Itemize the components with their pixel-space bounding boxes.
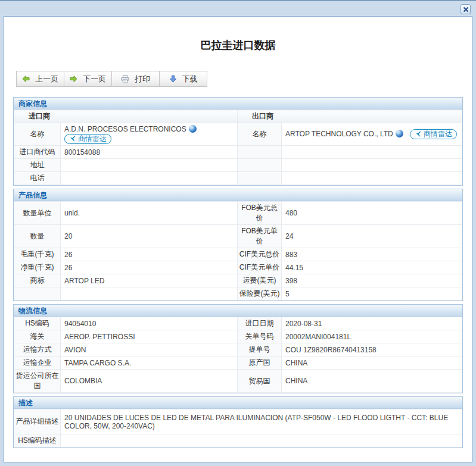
dialog-top-border [0, 0, 476, 1]
field-label: CIF美元总价 [238, 248, 282, 261]
field-value: COLOMBIA [61, 370, 238, 393]
field-label: 贸易国 [238, 370, 282, 393]
field-label: 地址 [14, 159, 61, 172]
section-description: 描述 产品详细描述 20 UNIDADES DE LUCES DE LED DE… [13, 396, 463, 448]
field-label: 运费(美元) [238, 274, 282, 287]
arrow-left-icon [22, 75, 30, 83]
dialog-content: 巴拉圭进口数据 上一页 下一页 [4, 16, 472, 462]
field-label: 货运公司所在国 [14, 370, 61, 393]
logistics-table: HS编码 94054010 进口日期 2020-08-31 海关 AEROP. … [14, 317, 462, 393]
field-value: AVION [61, 343, 238, 356]
exporter-name: ARTOP TECHNOLOGY CO., LTD [285, 130, 393, 138]
print-button[interactable]: 打印 [111, 71, 160, 87]
field-value: 2020-08-31 [282, 317, 462, 330]
radar-badge-label: 商情雷达 [78, 134, 107, 144]
field-label: FOB美元单价 [238, 225, 282, 248]
section-product-info: 产品信息 数量单位 unid. FOB美元总价 480 数量 20 FOB美元单… [13, 189, 463, 301]
merchant-table: 进口商 出口商 名称 A.D.N. PROCESOS ELECTRONICOS [14, 110, 462, 185]
field-value: ARTOP LED [61, 274, 238, 287]
field-label: HS编码 [14, 317, 61, 330]
close-icon [463, 7, 469, 12]
printer-icon [121, 75, 129, 83]
sections: 商家信息 进口商 出口商 名称 A.D.N. PROCESOS ELECTRON… [13, 97, 463, 448]
field-label: 进口商代码 [14, 146, 61, 159]
download-icon [169, 75, 177, 83]
field-label: 数量 [14, 225, 61, 248]
field-value: AEROP. PETTIROSSI [61, 330, 238, 343]
description-section-title: 描述 [14, 397, 462, 409]
field-label: 提单号 [238, 343, 282, 356]
field-value: 44.15 [282, 261, 462, 274]
toolbar: 上一页 下一页 打印 下载 [16, 71, 472, 87]
field-value [282, 146, 462, 159]
field-value [282, 159, 462, 172]
field-label: HS编码描述 [14, 434, 61, 448]
field-value: COU 1Z9820R86740413158 [282, 343, 462, 356]
field-label: 电话 [14, 172, 61, 185]
field-value [61, 172, 238, 185]
radar-badge[interactable]: 商情雷达 [410, 129, 457, 139]
field-label: 名称 [14, 123, 61, 146]
prev-page-label: 上一页 [35, 74, 58, 85]
field-label [238, 146, 282, 159]
field-value: 20 [61, 225, 238, 248]
field-label: 名称 [238, 123, 282, 146]
field-label: FOB美元总价 [238, 202, 282, 225]
next-page-label: 下一页 [83, 74, 106, 85]
field-value: 26 [61, 248, 238, 261]
product-section-title: 产品信息 [14, 189, 462, 201]
field-label [14, 287, 61, 301]
page-title: 巴拉圭进口数据 [4, 38, 472, 52]
field-value: 398 [282, 274, 462, 287]
field-value [61, 159, 238, 172]
satellite-dish-icon [69, 136, 76, 143]
prev-page-button[interactable]: 上一页 [16, 71, 64, 87]
field-label: CIF美元单价 [238, 261, 282, 274]
field-label: 运输方式 [14, 343, 61, 356]
field-value: CHINA [282, 370, 462, 393]
field-value: TAMPA CARGO S.A. [61, 356, 238, 370]
field-label [238, 159, 282, 172]
field-label: 毛重(千克) [14, 248, 61, 261]
field-label: 产品详细描述 [14, 409, 61, 434]
field-value [61, 287, 238, 301]
field-value: 800154088 [61, 146, 238, 159]
exporter-name-cell: ARTOP TECHNOLOGY CO., LTD 商情雷达 [282, 123, 462, 146]
field-value: 94054010 [61, 317, 238, 330]
radar-badge[interactable]: 商情雷达 [64, 134, 111, 144]
field-label: 运输企业 [14, 356, 61, 370]
globe-icon[interactable] [189, 125, 197, 133]
product-table: 数量单位 unid. FOB美元总价 480 数量 20 FOB美元单价 24 … [14, 201, 462, 301]
field-value [282, 172, 462, 185]
close-button[interactable] [461, 4, 471, 14]
next-page-button[interactable]: 下一页 [64, 71, 112, 87]
arrow-right-icon [70, 75, 77, 83]
field-label: 商标 [14, 274, 61, 287]
field-value: 883 [282, 248, 462, 261]
field-value: 20 UNIDADES DE LUCES DE LED DE METAL PAR… [61, 409, 462, 434]
logistics-section-title: 物流信息 [14, 305, 462, 317]
importer-name-cell: A.D.N. PROCESOS ELECTRONICOS 商情雷达 [61, 123, 238, 146]
globe-icon[interactable] [396, 130, 403, 137]
field-value: 20002MANI004181L [282, 330, 462, 343]
download-label: 下载 [182, 74, 198, 85]
field-value: 480 [282, 202, 462, 225]
field-label [238, 172, 282, 185]
exporter-header: 出口商 [238, 110, 462, 123]
description-table: 产品详细描述 20 UNIDADES DE LUCES DE LED DE ME… [14, 409, 462, 448]
field-value [61, 434, 462, 448]
field-label: 保险费(美元) [238, 287, 282, 301]
field-value: unid. [61, 202, 238, 225]
satellite-dish-icon [415, 131, 422, 138]
section-logistics-info: 物流信息 HS编码 94054010 进口日期 2020-08-31 海关 AE… [13, 304, 463, 393]
dialog: 巴拉圭进口数据 上一页 下一页 [0, 0, 476, 1]
field-value: 26 [61, 261, 238, 274]
field-label: 进口日期 [238, 317, 282, 330]
importer-name: A.D.N. PROCESOS ELECTRONICOS [64, 125, 186, 133]
importer-header: 进口商 [14, 110, 238, 123]
print-label: 打印 [135, 74, 150, 85]
field-value: CHINA [282, 356, 462, 370]
download-button[interactable]: 下载 [159, 71, 207, 87]
field-label: 关单号码 [238, 330, 282, 343]
field-value: 5 [282, 287, 462, 301]
